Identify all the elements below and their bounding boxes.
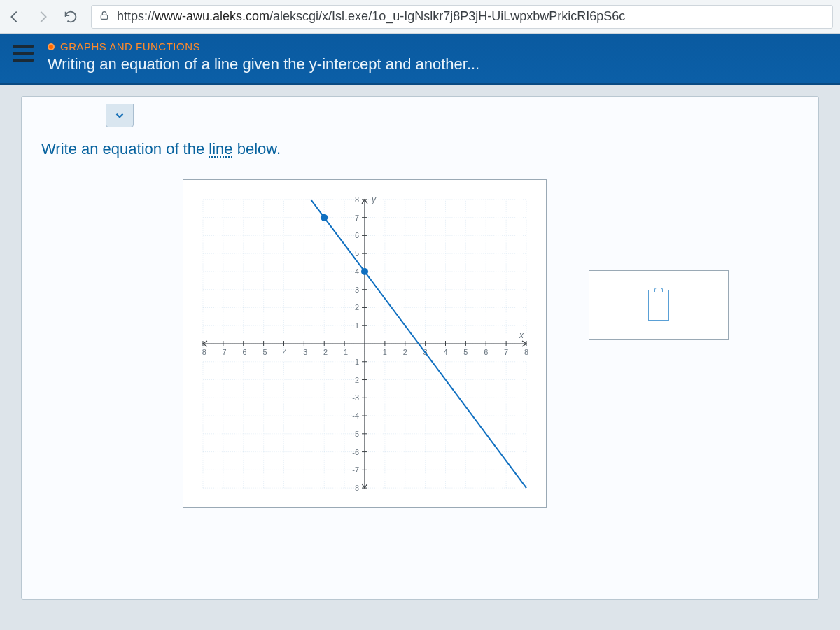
svg-text:1: 1: [355, 321, 359, 330]
svg-text:-6: -6: [352, 448, 359, 456]
reload-icon[interactable]: [63, 9, 78, 24]
menu-icon[interactable]: [13, 45, 34, 62]
equation-input[interactable]: [648, 290, 669, 321]
svg-text:-1: -1: [352, 358, 359, 366]
svg-text:-1: -1: [341, 348, 348, 356]
url-text: https://www-awu.aleks.com/alekscgi/x/Isl…: [117, 9, 625, 24]
svg-text:6: 6: [355, 231, 359, 239]
svg-text:4: 4: [443, 348, 447, 356]
svg-text:2: 2: [403, 348, 407, 356]
svg-point-104: [321, 214, 328, 221]
svg-text:-3: -3: [301, 348, 308, 356]
svg-text:-8: -8: [352, 484, 359, 492]
svg-text:2: 2: [355, 303, 359, 312]
section-toggle[interactable]: [106, 104, 134, 127]
question-prompt: Write an equation of the line below.: [22, 127, 818, 158]
svg-text:7: 7: [355, 214, 359, 222]
answer-box: [589, 270, 729, 340]
svg-text:5: 5: [463, 348, 468, 356]
svg-text:-2: -2: [352, 376, 359, 384]
category-label: GRAPHS AND FUNCTIONS: [48, 41, 479, 52]
svg-text:-8: -8: [200, 348, 206, 356]
svg-text:-2: -2: [321, 348, 328, 356]
svg-text:1: 1: [383, 348, 387, 356]
svg-text:-5: -5: [352, 430, 359, 438]
svg-text:-3: -3: [352, 393, 359, 402]
svg-text:y: y: [371, 195, 377, 204]
svg-text:6: 6: [484, 348, 488, 356]
svg-text:3: 3: [355, 286, 359, 294]
svg-text:-7: -7: [352, 465, 359, 474]
content-panel: Write an equation of the line below. -8-…: [21, 96, 819, 600]
lock-icon: [99, 10, 110, 24]
svg-text:-5: -5: [260, 348, 267, 356]
svg-text:-6: -6: [240, 348, 247, 356]
svg-point-105: [361, 268, 368, 275]
svg-rect-0: [101, 15, 107, 19]
svg-text:8: 8: [355, 195, 359, 204]
svg-text:5: 5: [355, 249, 359, 258]
svg-text:-4: -4: [352, 412, 359, 420]
coordinate-graph: -8-7-6-5-4-3-2-112345678-8-7-6-5-4-3-2-1…: [183, 179, 547, 508]
forward-icon[interactable]: [35, 9, 50, 24]
svg-text:-4: -4: [281, 348, 288, 356]
svg-text:8: 8: [524, 348, 528, 356]
browser-toolbar: https://www-awu.aleks.com/alekscgi/x/Isl…: [0, 0, 840, 34]
svg-text:x: x: [519, 330, 524, 340]
address-bar[interactable]: https://www-awu.aleks.com/alekscgi/x/Isl…: [91, 5, 833, 29]
svg-text:7: 7: [504, 348, 508, 356]
app-header: GRAPHS AND FUNCTIONS Writing an equation…: [0, 34, 840, 85]
svg-text:-7: -7: [220, 348, 227, 356]
back-icon[interactable]: [7, 9, 22, 24]
category-dot-icon: [48, 43, 55, 50]
svg-text:4: 4: [355, 267, 359, 276]
topic-title: Writing an equation of a line given the …: [48, 55, 479, 74]
